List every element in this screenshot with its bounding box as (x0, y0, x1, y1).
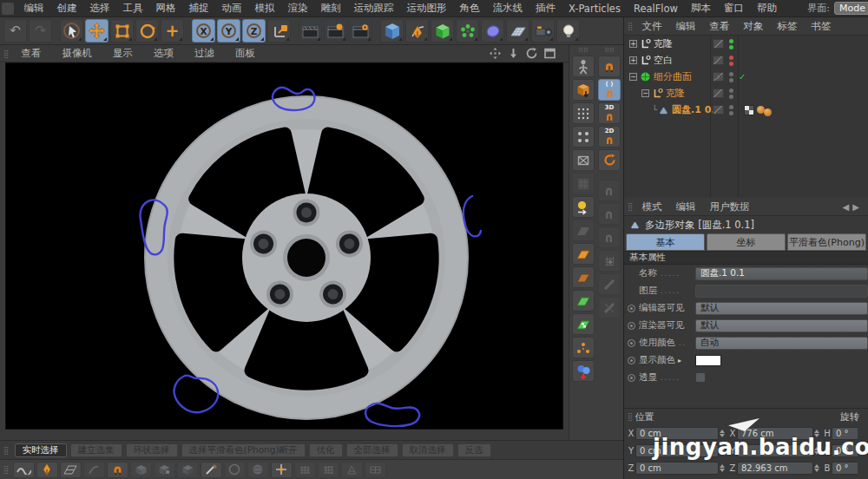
tab-coordinates[interactable]: 坐标 (707, 233, 786, 251)
keyframe-circle-icon[interactable] (628, 357, 635, 364)
snap-paren-button[interactable]: ( ) (598, 79, 621, 101)
object-row-subdivision-surface[interactable]: − 细分曲面 ✓ (624, 69, 868, 85)
knife-tool-button[interactable] (201, 462, 222, 478)
add-metaball-button[interactable] (481, 19, 504, 43)
object-row-null[interactable]: + 空白 (624, 52, 868, 69)
orbit-view-icon[interactable] (525, 47, 538, 60)
deselect-all-button[interactable]: 取消选择 (402, 443, 454, 457)
points-mode-button[interactable] (572, 102, 595, 124)
matrix-grid-a-button[interactable] (294, 462, 316, 478)
editor-visibility-dot[interactable] (729, 72, 733, 76)
snap-vertex-button[interactable] (598, 180, 621, 201)
layer-toggle[interactable] (713, 56, 724, 65)
select-all-button[interactable]: 全部选择 (346, 443, 398, 457)
snap-3d-button[interactable]: 3D (598, 102, 621, 124)
display-color-swatch[interactable] (695, 355, 721, 366)
dolly-view-icon[interactable] (507, 47, 520, 60)
editor-visibility-dot[interactable] (729, 89, 733, 93)
menu-item[interactable]: 选择 (83, 2, 116, 15)
edges-mode-button[interactable] (572, 126, 595, 148)
editor-visible-select[interactable]: 默认 (695, 302, 868, 315)
panel-grip[interactable]: ⣿ (0, 465, 11, 474)
panel-grip[interactable]: ⣿ (0, 49, 11, 58)
size-z-input[interactable]: 82.963 cm (737, 462, 813, 475)
expand-toggle[interactable]: + (629, 56, 637, 64)
snap-grid-button[interactable] (598, 250, 621, 272)
history-forward-icon[interactable]: ▶ (852, 202, 863, 212)
snap-2d-button[interactable]: 2D (598, 126, 621, 148)
object-row-cloner-child[interactable]: − 克隆 (624, 85, 868, 102)
isoline-editing-button[interactable] (572, 337, 595, 358)
om-menu-item[interactable]: 文件 (635, 20, 669, 33)
extrude-inner-tool-button[interactable] (154, 462, 175, 478)
menu-item[interactable]: 网格 (149, 2, 182, 15)
interface-layout-dropdown[interactable]: Mode (834, 2, 868, 15)
add-floor-environment-button[interactable] (506, 19, 529, 43)
xray-checkbox[interactable] (695, 372, 706, 383)
menu-item[interactable]: 流水线 (486, 2, 529, 15)
snap-edge-button[interactable] (598, 203, 621, 225)
polygons-mode-button[interactable] (572, 149, 595, 171)
om-menu-item[interactable]: 查看 (703, 20, 737, 33)
viewport-menu-item[interactable]: 查看 (11, 47, 52, 60)
snap-polygon-button[interactable] (598, 226, 621, 248)
viewport-solo-button[interactable] (572, 360, 595, 382)
use-color-select[interactable]: 自动 (695, 337, 868, 350)
workplane-grid-button[interactable] (572, 313, 595, 335)
layer-toggle[interactable] (713, 39, 724, 49)
extrude-tool-button[interactable] (130, 462, 152, 478)
brush-tool-button[interactable] (83, 462, 105, 478)
menu-item[interactable]: 捕捉 (182, 2, 215, 15)
panel-grip[interactable]: ⣿ (0, 446, 11, 455)
am-menu-item[interactable]: 模式 (635, 200, 669, 213)
polygon-pen-tool-button[interactable] (36, 462, 58, 478)
panel-grip[interactable]: ⣶⣶ (578, 47, 589, 54)
optimize-button[interactable]: 优化 (309, 443, 343, 457)
model-mode-button[interactable] (572, 56, 595, 77)
snap-guide-button[interactable] (598, 273, 621, 295)
menu-item[interactable]: 运动跟踪 (347, 2, 400, 15)
editor-visibility-dot[interactable] (729, 39, 733, 43)
plane-cut-tool-button[interactable] (60, 462, 82, 478)
menu-item[interactable]: X-Particles (562, 3, 628, 15)
panel-grip[interactable]: ⣿ (624, 202, 635, 211)
layer-input[interactable] (695, 285, 868, 298)
stepper[interactable] (719, 462, 726, 475)
redo-button[interactable]: ↷ (29, 19, 52, 43)
rotate-tool-button[interactable] (135, 19, 159, 43)
scale-tool-button[interactable] (110, 19, 134, 43)
render-settings-button[interactable] (349, 19, 372, 43)
lock-z-axis-button[interactable]: Z (242, 19, 266, 43)
invert-selection-button[interactable]: 反选 (457, 443, 491, 457)
coordinate-system-button[interactable] (267, 19, 291, 43)
om-menu-item[interactable]: 对象 (737, 20, 771, 33)
undo-button[interactable]: ↶ (3, 19, 27, 43)
render-visibility-dot[interactable] (729, 111, 733, 115)
viewport-menu-item[interactable]: 过滤 (184, 47, 225, 60)
collapse-toggle[interactable]: − (641, 89, 649, 97)
om-menu-item[interactable]: 书签 (805, 20, 838, 33)
keyframe-circle-icon[interactable] (628, 339, 635, 347)
matrix-grid-b-button[interactable] (318, 462, 339, 478)
add-camera-button[interactable] (531, 19, 555, 43)
menu-item[interactable]: 雕刻 (314, 2, 347, 15)
om-menu-item[interactable]: 编辑 (669, 20, 703, 33)
disc-tool-button[interactable] (224, 462, 246, 478)
editor-visibility-dot[interactable] (729, 56, 733, 60)
add-light-button[interactable] (556, 19, 580, 43)
collapse-toggle[interactable]: − (629, 73, 637, 81)
uv-mode-button[interactable] (572, 173, 595, 194)
menu-item[interactable]: 模拟 (248, 2, 281, 15)
add-spline-pen-button[interactable] (405, 19, 429, 43)
phong-break-selection-button[interactable]: 选择平滑着色(Phong)断开 (181, 443, 306, 457)
add-primitive-cube-button[interactable] (380, 19, 404, 43)
workplane-z-button[interactable] (572, 290, 595, 312)
toggle-view-icon[interactable] (543, 47, 556, 60)
keyframe-circle-icon[interactable] (628, 305, 635, 312)
viewport-menu-item[interactable]: 显示 (102, 47, 143, 60)
editor-visibility-dot[interactable] (729, 105, 733, 109)
texture-mode-button[interactable] (572, 79, 595, 101)
panel-grip[interactable]: ⣶⣶ (604, 47, 615, 54)
menu-item[interactable]: 插件 (529, 2, 562, 15)
menu-item[interactable]: 动画 (215, 2, 248, 15)
